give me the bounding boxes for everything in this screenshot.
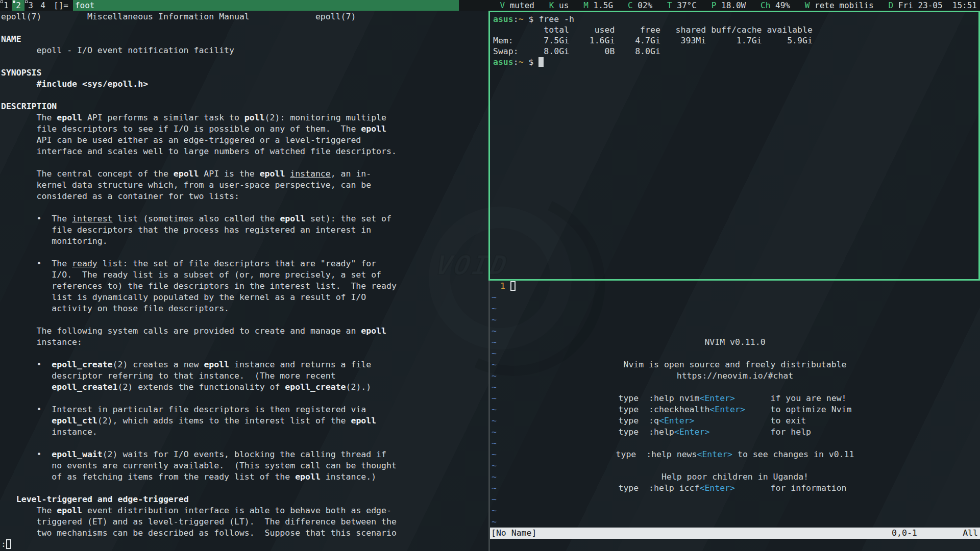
tag-occupied-indicator	[1, 1, 3, 3]
man-line	[1, 393, 488, 404]
man-line: no events are currently available. (This…	[1, 460, 488, 471]
nvim-row: 1	[490, 281, 980, 292]
nvim-tilde: ~	[492, 483, 497, 494]
nvim-cmdline[interactable]	[490, 539, 980, 551]
man-line: monitoring.	[1, 236, 488, 247]
man-line: two mechanisms can be described as follo…	[1, 528, 488, 539]
cursor	[510, 281, 516, 291]
terminal-man-epoll[interactable]: epoll(7) Miscellaneous Information Manua…	[0, 11, 488, 551]
term-line: Mem: 7.5Gi 1.6Gi 4.7Gi 393Mi 1.7Gi 5.9Gi	[493, 35, 978, 46]
man-line	[1, 22, 488, 34]
man-line: :	[1, 539, 488, 550]
status-cpu: C 02%	[628, 1, 652, 10]
nvim-row: ~type :help iccf<Enter> for information	[490, 483, 980, 494]
man-line: • The ready list: the set of file descri…	[1, 258, 488, 269]
man-line	[1, 90, 488, 101]
status-bar: 1234 []= foot V muted K us M 1.5G C 02% …	[0, 0, 980, 11]
layout-indicator[interactable]: []=	[49, 0, 73, 11]
status-keyboard-layout: K us	[549, 1, 569, 10]
nvim-tilde: ~	[492, 348, 497, 359]
nvim-tilde: ~	[492, 516, 497, 528]
nvim-row: ~	[490, 382, 980, 393]
nvim-statusline: [No Name] 0,0-1 All	[490, 528, 980, 539]
man-line: epoll_create1(2) extends the functionali…	[1, 382, 488, 393]
nvim-tilde: ~	[492, 393, 497, 404]
nvim-row: ~	[490, 303, 980, 314]
nvim-row: ~	[490, 516, 980, 528]
nvim-window[interactable]: 1 ~~~~~NVIM v0.11.0~~Nvim is open source…	[488, 281, 980, 551]
nvim-tilde: ~	[492, 505, 497, 516]
nvim-row: ~	[490, 292, 980, 303]
man-line: kernel data structure which, from a user…	[1, 180, 488, 191]
tag-1[interactable]: 1	[0, 0, 12, 11]
nvim-tilde: ~	[492, 449, 497, 460]
man-line: The epoll event distribution interface i…	[1, 505, 488, 516]
man-line: • Interest in particular file descriptor…	[1, 404, 488, 415]
nvim-tilde: ~	[492, 427, 497, 438]
nvim-row: ~type :help nvim<Enter> if you are new!	[490, 393, 980, 404]
term-line: asus:~ $ free -h	[493, 14, 978, 24]
nvim-row: ~https://neovim.io/#chat	[490, 370, 980, 382]
nvim-ruler: 0,0-1 All	[892, 528, 978, 539]
man-line: of as fetching items from the ready list…	[1, 471, 488, 483]
man-line: • The interest list (sometimes also call…	[1, 213, 488, 224]
term-line: total used free shared buff/cache availa…	[493, 24, 978, 35]
man-line: #include <sys/epoll.h>	[1, 79, 488, 90]
man-line	[1, 348, 488, 359]
man-line: Level-triggered and edge-triggered	[1, 494, 488, 505]
man-line	[1, 483, 488, 494]
man-line: triggered (ET) and as level-triggered (L…	[1, 516, 488, 528]
nvim-row: ~type :help<Enter> for help	[490, 427, 980, 438]
nvim-row: ~	[490, 314, 980, 325]
nvim-tilde: ~	[492, 404, 497, 415]
man-line: SYNOPSIS	[1, 67, 488, 79]
nvim-row: ~	[490, 438, 980, 449]
nvim-tilde: ~	[492, 460, 497, 471]
nvim-row: ~type :help news<Enter> to see changes i…	[490, 449, 980, 460]
man-line: file descriptors to see if I/O is possib…	[1, 123, 488, 135]
man-line: I/O. The ready list is a subset of (or, …	[1, 269, 488, 281]
man-line: API can be used either as an edge-trigge…	[1, 135, 488, 146]
status-temperature: T 37°C	[667, 1, 697, 10]
man-line	[1, 247, 488, 258]
man-line	[1, 314, 488, 325]
nvim-scroll-position: All	[963, 528, 978, 538]
nvim-tilde: ~	[492, 438, 497, 449]
nvim-tilde: ~	[492, 359, 497, 370]
nvim-row: ~	[490, 348, 980, 359]
man-line: activity on those file descriptors.	[1, 303, 488, 314]
man-line	[1, 157, 488, 168]
man-line: references to) the file descriptors in t…	[1, 281, 488, 292]
man-line: The epoll API performs a similar task to…	[1, 112, 488, 123]
man-line: descriptor referring to that instance. (…	[1, 370, 488, 382]
nvim-tilde: ~	[492, 494, 497, 505]
nvim-row: ~	[490, 505, 980, 516]
nvim-tilde: ~	[492, 415, 497, 427]
term-line: asus:~ $	[493, 57, 978, 67]
nvim-tilde: ~	[492, 370, 497, 382]
nvim-buffer: 1 ~~~~~NVIM v0.11.0~~Nvim is open source…	[490, 281, 980, 528]
man-line: instance.	[1, 427, 488, 438]
focused-window-title: foot	[73, 0, 459, 11]
term-line: Swap: 8.0Gi 0B 8.0Gi	[493, 46, 978, 57]
man-line	[1, 438, 488, 449]
nvim-row: ~Help poor children in Uganda!	[490, 471, 980, 483]
man-line: epoll - I/O event notification facility	[1, 45, 488, 56]
status-memory: M 1.5G	[583, 1, 613, 10]
tag-2[interactable]: 2	[12, 0, 24, 11]
terminal-free[interactable]: asus:~ $ free -h total used free shared …	[488, 11, 980, 281]
status-network: W rete mobilis	[805, 1, 874, 10]
nvim-row: ~type :q<Enter> to exit	[490, 415, 980, 427]
man-line: DESCRIPTION	[1, 101, 488, 112]
nvim-tilde: ~	[492, 471, 497, 483]
man-line: list is dynamically populated by the ker…	[1, 292, 488, 303]
man-line: file descriptors that the process has re…	[1, 224, 488, 236]
man-line: epoll(7) Miscellaneous Information Manua…	[1, 11, 488, 22]
man-line: instance:	[1, 337, 488, 348]
tag-3[interactable]: 3	[24, 0, 37, 11]
tag-4[interactable]: 4	[37, 0, 49, 11]
nvim-row: ~NVIM v0.11.0	[490, 337, 980, 348]
workspace-tags: 1234	[0, 0, 49, 11]
man-line: • epoll_create(2) creates a new epoll in…	[1, 359, 488, 370]
nvim-row: ~	[490, 325, 980, 337]
